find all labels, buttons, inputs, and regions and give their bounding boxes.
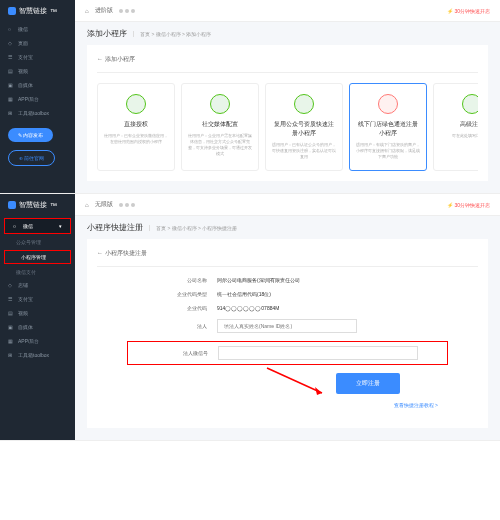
sidebar-bottom: 智慧链接™ ○微信▾ 公众号管理 小程序管理 微信支付 ◇店铺 ☰支付宝 ▤视频…: [0, 194, 75, 440]
svg-marker-1: [315, 387, 322, 395]
sidebar-top: 智慧链接™ ○微信 ◇页面 ☰支付宝 ▤视频 ▣自媒体 ▦APP/后台 ⊞工具箱…: [0, 0, 75, 193]
nav-sub-pay[interactable]: 微信支付: [0, 266, 75, 278]
home-icon[interactable]: ⌂: [85, 202, 89, 208]
breadcrumb: 添加小程序 首页 > 微信小程序 > 添加小程序: [75, 22, 500, 45]
card-social-config[interactable]: 社交媒体配置使用用户：企业用户需在本站配置媒体信息，用社交方式公众号配置完整，可…: [181, 83, 259, 171]
site-button[interactable]: ⊕ 前往官网: [8, 150, 55, 166]
nav-wechat[interactable]: ○微信: [0, 22, 75, 36]
page-title: 添加小程序: [87, 28, 127, 39]
brand-logo: 智慧链接™: [0, 0, 75, 22]
nav-video[interactable]: ▤视频: [0, 306, 75, 320]
company-value: 阿尔公司电商服务(深圳)有限责任公司: [217, 277, 478, 283]
card-offline-store[interactable]: 线下门店绿色通道注册小程序适用用户：有线下门店资质的商户，小程序可直接拥有门店权…: [349, 83, 427, 171]
type-value: 统一社会信用代码(18位): [217, 291, 478, 297]
nav-app[interactable]: ▦APP/后台: [0, 334, 75, 348]
nav-sub-account[interactable]: 公众号管理: [0, 236, 75, 248]
register-form: 公司名称阿尔公司电商服务(深圳)有限责任公司 企业代码类型统一社会信用代码(18…: [97, 267, 478, 418]
card-advanced[interactable]: 高级注册可在此处填写详细资料: [433, 83, 478, 171]
quick-shop-link[interactable]: ⚡ 30分钟快速开店: [447, 202, 490, 208]
wechat-icon: ○: [13, 223, 19, 229]
nav-media[interactable]: ▣自媒体: [0, 78, 75, 92]
publish-button[interactable]: ✎ 内容发布: [8, 128, 53, 142]
legal-wechat-input[interactable]: [218, 346, 418, 360]
main-bottom: ⌂无限版 ⚡ 30分钟快速开店 小程序快捷注册 首页 > 微信小程序 > 小程序…: [75, 194, 500, 440]
version-label: 无限版: [95, 200, 113, 209]
back-link[interactable]: ← 添加小程序: [97, 55, 478, 73]
svg-line-0: [267, 368, 322, 393]
topbar: ⌂进阶版 ⚡ 30分钟快速开店: [75, 0, 500, 22]
nav-sub-miniprogram[interactable]: 小程序管理: [4, 250, 71, 264]
back-link[interactable]: ← 小程序快捷注册: [97, 249, 478, 267]
nav-alipay[interactable]: ☰支付宝: [0, 292, 75, 306]
nav-alipay[interactable]: ☰支付宝: [0, 50, 75, 64]
nav-media[interactable]: ▣自媒体: [0, 320, 75, 334]
page-title: 小程序快捷注册: [87, 222, 143, 233]
quick-shop-link[interactable]: ⚡ 30分钟快速开店: [447, 8, 490, 14]
wechat-icon: ○: [8, 26, 14, 32]
brand-logo: 智慧链接™: [0, 194, 75, 216]
nav-video[interactable]: ▤视频: [0, 64, 75, 78]
card-reuse-qual[interactable]: 复用公众号资质快速注册小程序适用用户：已有认证公众号的用户，可快速复用资质注册，…: [265, 83, 343, 171]
nav-app[interactable]: ▦APP/后台: [0, 92, 75, 106]
nav-page[interactable]: ◇页面: [0, 36, 75, 50]
legal-name-input[interactable]: [217, 319, 357, 333]
code-value: 914◯◯◯◯◯◯07884M: [217, 305, 478, 311]
card-direct-auth[interactable]: 直接授权使用用户：已有企业资质微信应用，在您使用范围内授权的小程序: [97, 83, 175, 171]
topbar: ⌂无限版 ⚡ 30分钟快速开店: [75, 194, 500, 216]
nav-toolbox[interactable]: ⊞工具箱toolbox: [0, 348, 75, 362]
breadcrumb: 小程序快捷注册 首页 > 微信小程序 > 小程序快捷注册: [75, 216, 500, 239]
nav-shop[interactable]: ◇店铺: [0, 278, 75, 292]
nav-list: ○微信 ◇页面 ☰支付宝 ▤视频 ▣自媒体 ▦APP/后台 ⊞工具箱toolbo…: [0, 22, 75, 120]
nav-toolbox[interactable]: ⊞工具箱toolbox: [0, 106, 75, 120]
method-cards: 直接授权使用用户：已有企业资质微信应用，在您使用范围内授权的小程序 社交媒体配置…: [97, 73, 478, 171]
main-top: ⌂进阶版 ⚡ 30分钟快速开店 添加小程序 首页 > 微信小程序 > 添加小程序…: [75, 0, 500, 193]
version-label: 进阶版: [95, 6, 113, 15]
register-button[interactable]: 立即注册: [336, 373, 400, 394]
home-icon[interactable]: ⌂: [85, 8, 89, 14]
nav-wechat-active[interactable]: ○微信▾: [4, 218, 71, 234]
